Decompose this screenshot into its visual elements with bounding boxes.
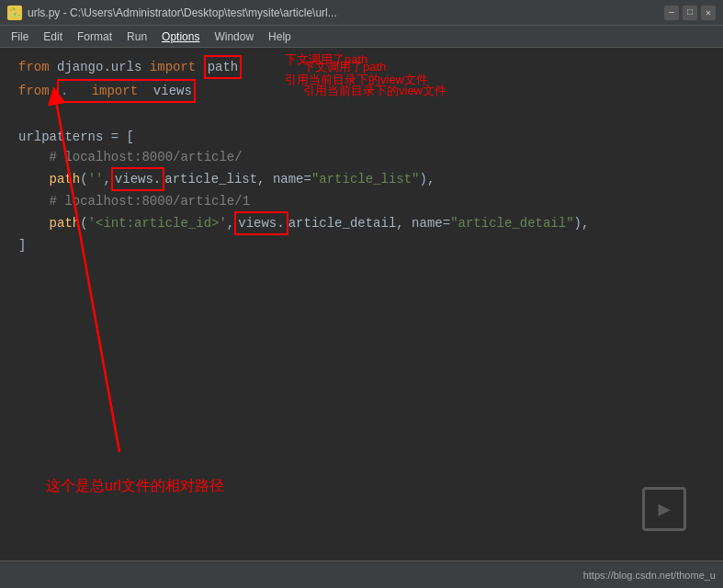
path-highlight: path — [204, 55, 243, 79]
code-line-5: path ( '' , views. article_list, name= "… — [18, 167, 716, 191]
code-editor[interactable]: from django.urls import path 下文调用了path f… — [0, 48, 723, 560]
minimize-button[interactable]: — — [664, 6, 679, 20]
code-line-7: path ( '<int:article_id>' , views. artic… — [18, 211, 716, 235]
code-line-3: urlpatterns = [ — [18, 127, 716, 147]
title-bar-left: 🐍 urls.py - C:\Users\Administrator\Deskt… — [7, 6, 337, 20]
menu-help[interactable]: Help — [261, 28, 299, 45]
code-line-blank — [18, 107, 716, 127]
menu-window[interactable]: Window — [207, 28, 261, 45]
views-highlight-2: views. — [234, 211, 288, 235]
menu-run[interactable]: Run — [119, 28, 154, 45]
close-button[interactable]: ✕ — [701, 6, 716, 20]
views-highlight-1: views. — [111, 167, 164, 191]
menu-edit[interactable]: Edit — [36, 28, 70, 45]
code-line-4: # localhost:8000/article/ — [18, 147, 716, 167]
menu-file[interactable]: File — [4, 28, 36, 45]
annotation-path-text: 下文调用了path — [285, 51, 367, 68]
menu-format[interactable]: Format — [70, 28, 119, 45]
menu-bar: File Edit Format Run Options Window Help — [0, 26, 723, 48]
code-line-6: # localhost:8000/article/1 — [18, 191, 716, 211]
title-bar: 🐍 urls.py - C:\Users\Administrator\Deskt… — [0, 0, 723, 26]
menu-options[interactable]: Options — [154, 28, 207, 45]
code-line-8: ] — [18, 235, 716, 255]
maximize-button[interactable]: □ — [683, 6, 697, 20]
annotation-bottom: 这个是总url文件的相对路径 — [46, 477, 224, 496]
play-icon: ▶ — [642, 487, 686, 531]
status-url: https://blog.csdn.net/thome_u — [583, 570, 716, 581]
window-title: urls.py - C:\Users\Administrator\Desktop… — [28, 6, 337, 19]
app-icon: 🐍 — [7, 6, 22, 20]
window-controls[interactable]: — □ ✕ — [664, 6, 716, 20]
annotation-views-text: 引用当前目录下的view文件 — [285, 72, 428, 88]
status-bar: https://blog.csdn.net/thome_u — [0, 560, 723, 588]
import-views-highlight: . import views — [57, 79, 196, 103]
watermark: ▶ — [642, 487, 686, 531]
